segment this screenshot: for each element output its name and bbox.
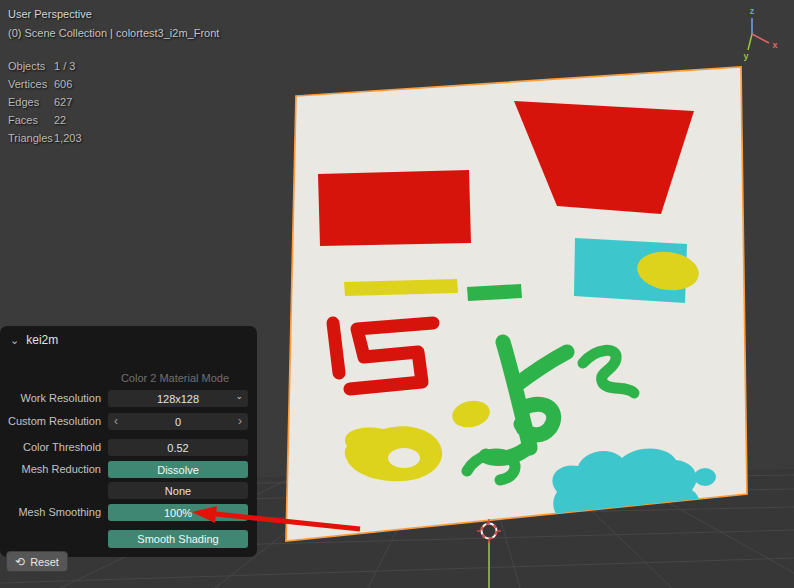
custom-resolution-label: Custom Resolution — [0, 413, 101, 430]
work-resolution-dropdown[interactable]: 128x128 ⌄ — [108, 390, 248, 407]
smooth-shading-button[interactable]: Smooth Shading — [108, 530, 248, 548]
axis-x-label: x — [772, 40, 777, 50]
stat-edges: Edges 627 — [8, 93, 82, 111]
smooth-shading-label: Smooth Shading — [137, 533, 218, 545]
mesh-smoothing-slider[interactable]: 100% — [108, 504, 248, 521]
axis-gizmo[interactable]: z y x — [743, 6, 777, 61]
stat-label: Faces — [8, 111, 54, 129]
panel-header[interactable]: ⌄ kei2m — [10, 333, 58, 347]
axis-z-label: z — [750, 6, 755, 16]
color-threshold-field[interactable]: 0.52 — [108, 439, 248, 456]
stepper-increase-icon[interactable]: › — [238, 414, 242, 429]
stat-objects: Objects 1 / 3 — [8, 57, 82, 75]
scene-collection-breadcrumb: (0) Scene Collection | colortest3_i2m_Fr… — [8, 27, 219, 39]
color-threshold-value: 0.52 — [167, 442, 188, 454]
work-resolution-label: Work Resolution — [0, 390, 101, 407]
stat-faces: Faces 22 — [8, 111, 82, 129]
work-resolution-value: 128x128 — [157, 393, 199, 405]
stat-value: 22 — [54, 111, 66, 129]
custom-resolution-stepper[interactable]: ‹ 0 › — [108, 413, 248, 430]
collapse-chevron-icon[interactable]: ⌄ — [10, 335, 19, 345]
stat-value: 1,203 — [54, 129, 82, 147]
stat-value: 1 / 3 — [54, 57, 75, 75]
mesh-smoothing-value: 100% — [164, 507, 192, 519]
stat-label: Objects — [8, 57, 54, 75]
blender-viewport: z y x User Perspective (0) Scene Collect… — [0, 0, 794, 588]
stat-label: Vertices — [8, 75, 54, 93]
chevron-down-icon: ⌄ — [235, 391, 243, 401]
reset-button[interactable]: ⟲ Reset — [6, 551, 68, 572]
panel-title: kei2m — [26, 333, 58, 347]
stat-label: Triangles — [8, 129, 54, 147]
mode-title-label: Color 2 Material Mode — [100, 372, 250, 384]
stat-value: 627 — [54, 93, 72, 111]
paint-cyan-small-blob — [694, 468, 716, 486]
paint-yellow-bar — [344, 279, 458, 296]
stat-vertices: Vertices 606 — [8, 75, 82, 93]
paint-yellow-donut-hole — [388, 448, 420, 468]
mesh-reduction-dissolve-label: Dissolve — [157, 464, 199, 476]
paint-green-bar — [467, 284, 522, 301]
scene-statistics: Objects 1 / 3 Vertices 606 Edges 627 Fac… — [8, 57, 82, 147]
stat-triangles: Triangles 1,203 — [8, 129, 82, 147]
reset-icon: ⟲ — [15, 556, 25, 568]
kei2m-operator-panel: ⌄ kei2m Color 2 Material Mode Work Resol… — [0, 326, 257, 557]
custom-resolution-value: 0 — [175, 416, 181, 428]
reset-label: Reset — [30, 556, 59, 568]
mesh-smoothing-label: Mesh Smoothing — [0, 504, 101, 521]
mesh-reduction-none-label: None — [165, 485, 191, 497]
mesh-reduction-none-button[interactable]: None — [108, 482, 248, 499]
stepper-decrease-icon[interactable]: ‹ — [114, 414, 118, 429]
stat-label: Edges — [8, 93, 54, 111]
color-threshold-label: Color Threshold — [0, 439, 101, 456]
mesh-reduction-dissolve-button[interactable]: Dissolve — [108, 461, 248, 478]
view-perspective-label: User Perspective — [8, 8, 92, 20]
axis-y-label: y — [743, 51, 748, 61]
stat-value: 606 — [54, 75, 72, 93]
mesh-reduction-label: Mesh Reduction — [0, 461, 101, 478]
paint-red-rectangle — [318, 170, 471, 246]
